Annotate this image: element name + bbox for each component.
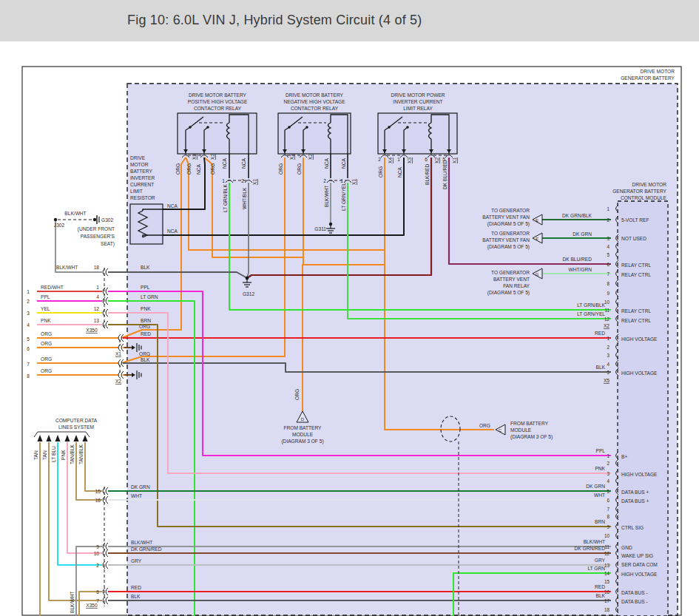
module-pin-c-number-1: 1	[607, 453, 609, 458]
label-battery-vent-fan: BATTERY VENT FAN	[482, 237, 530, 243]
junction-dot-0	[54, 218, 57, 221]
resistor-box	[130, 204, 163, 244]
junction-dot-1	[93, 218, 96, 221]
label-contactor-relay: CONTACTOR RELAY	[194, 106, 242, 111]
label-nca: NCA	[196, 163, 201, 175]
label-blk: BLK	[596, 365, 606, 370]
label-16: 16	[95, 498, 101, 503]
label-org: ORG	[294, 389, 300, 400]
label-x5: X5	[604, 378, 609, 383]
label-15: 15	[95, 489, 101, 494]
label-5: 5	[27, 336, 30, 342]
module-pin-c-number-17: 17	[604, 598, 610, 603]
label-wht: WHT	[131, 493, 142, 498]
label-data-bus: DATA BUS -	[621, 599, 648, 604]
label-1: 1	[96, 285, 99, 290]
label-org: ORG	[139, 351, 150, 356]
label-1: 1	[397, 157, 400, 162]
module-pin-a-number-5: 5	[607, 252, 609, 257]
module-pin-a-number-12: 12	[604, 317, 610, 322]
label-gry: GRY	[131, 558, 142, 563]
label-x1: X1	[115, 351, 121, 356]
label-nca: NCA	[222, 158, 227, 169]
label-2: 2	[323, 178, 326, 183]
label-blk-red: BLK/RED	[425, 164, 430, 185]
label-resistor: RESISTOR	[130, 195, 155, 200]
label-fan-relay: FAN RELAY	[503, 283, 530, 288]
module-pin-c-number-15: 15	[604, 579, 610, 584]
label-x4: X4	[388, 158, 393, 163]
label-4: 4	[96, 294, 99, 299]
label-5-volt-ref: 5-VOLT REF	[621, 217, 649, 223]
module-pin-b-number-4: 4	[607, 362, 609, 367]
label-nca: NCA	[167, 203, 178, 209]
label-b: B+	[621, 454, 627, 459]
label-6: 6	[425, 157, 428, 162]
label-relay-ctrl: RELAY CTRL	[621, 308, 651, 314]
module-pin-a-number-6: 6	[607, 262, 609, 267]
label-yel: YEL	[41, 306, 50, 311]
label-org: ORG	[41, 341, 52, 346]
label-2: 2	[378, 157, 381, 162]
module-pin-c-number-9: 9	[607, 524, 609, 529]
label-from-battery: FROM BATTERY	[510, 421, 549, 426]
label-contactor-relay: CONTACTOR RELAY	[291, 106, 339, 111]
module-pin-a-number-3: 3	[607, 236, 609, 241]
module-pin-b-number-1: 1	[607, 336, 609, 341]
module-pin-a-number-11: 11	[604, 308, 609, 313]
label-x1: X1	[351, 179, 357, 185]
label-org: ORG	[297, 163, 302, 175]
label-org: ORG	[378, 166, 383, 177]
label-wake-up-sig: WAKE UP SIG	[621, 553, 653, 558]
label-org: ORG	[175, 163, 180, 175]
label-wht: WHT	[594, 493, 605, 498]
label-x1: X1	[252, 179, 257, 185]
label-blk: BLK	[141, 357, 150, 362]
label-org: ORG	[479, 423, 490, 428]
label-nca: NCA	[341, 158, 346, 169]
label-relay-ctrl: RELAY CTRL	[621, 272, 651, 277]
label-current: CURRENT	[130, 182, 154, 187]
label-x3: X3	[407, 158, 412, 163]
label-brn: BRN	[595, 519, 605, 524]
label-org: ORG	[210, 163, 215, 175]
label-nca: NCA	[167, 229, 178, 234]
label-4: 4	[27, 322, 30, 328]
label-lt-grn-blk: LT GRN/BLK	[577, 302, 605, 308]
label-org: ORG	[41, 331, 52, 336]
label-blk: BLK	[596, 593, 606, 598]
label-red: RED	[141, 331, 151, 336]
label-x3: X3	[289, 154, 294, 160]
label-dk-grn-blk: DK GRN/BLK	[562, 213, 592, 218]
label-pnk: PNK	[595, 466, 605, 471]
label-1: 1	[222, 178, 225, 183]
label-tan: TAN	[42, 450, 47, 460]
module-pin-c-number-6: 6	[607, 498, 609, 503]
label-gry: GRY	[595, 558, 606, 563]
label-red: RED	[131, 585, 141, 590]
label-drive-motor-battery: DRIVE MOTOR BATTERY	[189, 92, 247, 98]
label-drive-motor: DRIVE MOTOR	[641, 69, 675, 74]
label-x2: X2	[434, 158, 439, 163]
label-6: 6	[96, 589, 99, 595]
label-not-used: NOT USED	[621, 236, 646, 241]
label-nca: NCA	[324, 158, 329, 169]
module-pin-a-number-2: 2	[607, 217, 609, 223]
label-wht-blk: WHT/BLK	[242, 187, 247, 209]
label-7: 7	[27, 362, 30, 367]
label-x2: X2	[604, 323, 609, 328]
module-pin-c-number-8: 8	[607, 514, 609, 519]
module-pin-a-number-9: 9	[607, 291, 609, 296]
label-high-voltage: HIGH VOLTAGE	[621, 472, 658, 477]
label-to-generator: TO GENERATOR	[491, 231, 530, 236]
module-pin-b-number-2: 2	[607, 345, 609, 350]
relay3-box	[378, 113, 457, 154]
label-battery-vent: BATTERY VENT	[493, 277, 530, 282]
label-x3: X3	[192, 154, 197, 160]
module-pin-a-number-4: 4	[607, 244, 609, 249]
label-high-voltage: HIGH VOLTAGE	[621, 336, 658, 342]
label-data-bus: DATA BUS +	[621, 490, 649, 495]
label-org: ORG	[186, 163, 192, 175]
module-pin-b-number-5: 5	[607, 370, 609, 375]
module-pin-a-number-10: 10	[604, 299, 610, 305]
